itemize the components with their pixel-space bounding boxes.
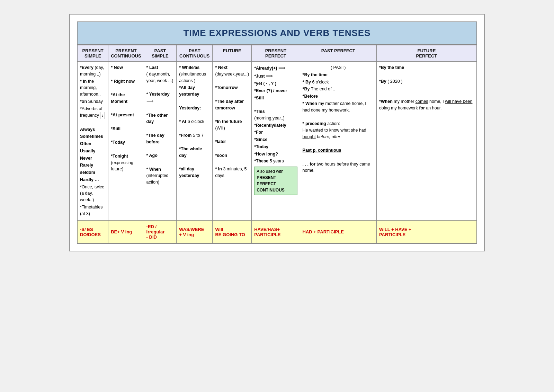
cell-past-simple: * Last( day,month,year, week ...) * Yest… <box>144 62 177 221</box>
col-past-continuous: PASTCONTINUOUS <box>177 45 213 62</box>
cell-future-perfect: *By the time *By ( 2020 ) *When my mothe… <box>376 62 477 221</box>
page-title: TIME EXPRESSIONS AND VERB TENSES <box>183 28 370 38</box>
footer-present-continuous: BE+ V ing <box>108 221 144 244</box>
col-future: FUTURE <box>213 45 252 62</box>
col-past-perfect: PAST PERFECT <box>300 45 376 62</box>
page-container: TIME EXPRESSIONS AND VERB TENSES PRESENT… <box>69 14 485 251</box>
main-content-row: *Every (day,morning ..) * In themorning,… <box>77 62 477 221</box>
footer-present-simple: -S/ ESDO/DOES <box>77 221 108 244</box>
main-table: PRESENTSIMPLE PRESENTCONTINUOUS PAST SIM… <box>77 45 477 244</box>
cell-past-continuous: * While/as(simultaneousactions ) *All da… <box>177 62 213 221</box>
footer-future-perfect: WILL + HAVE +PARTICIPLE <box>376 221 477 244</box>
cell-present-simple: *Every (day,morning ..) * In themorning,… <box>77 62 108 221</box>
footer-future: WillBE GOING TO <box>213 221 252 244</box>
col-future-perfect: FUTUREPERFECT <box>376 45 477 62</box>
cell-present-perfect: *Already(+) ⟹ *Just ⟹ *yet ( - , ? ) *Ev… <box>252 62 300 221</box>
footer-present-perfect: HAVE/HAS+PARTICIPLE <box>252 221 300 244</box>
footer-row: -S/ ESDO/DOES BE+ V ing -ED / Irregular-… <box>77 221 477 244</box>
cell-past-perfect: ( PAST) *By the time * By 6 o'clock *By … <box>300 62 376 221</box>
present-perfect-continuous-note: Also used with PRESENTPERFECTCONTINUOUS <box>254 167 297 195</box>
title-bar: TIME EXPRESSIONS AND VERB TENSES <box>77 21 477 45</box>
col-present-perfect: PRESENTPERFECT <box>252 45 300 62</box>
col-present-continuous: PRESENTCONTINUOUS <box>108 45 144 62</box>
col-past-simple: PAST SIMPLE <box>144 45 177 62</box>
footer-past-continuous: WAS/WERE+ V ing <box>177 221 213 244</box>
col-present-simple: PRESENTSIMPLE <box>77 45 108 62</box>
cell-present-continuous: * Now * Right now *At theMoment *At pres… <box>108 62 144 221</box>
cell-future: * Next(day,week,year...) *Tomorrow *The … <box>213 62 252 221</box>
footer-past-perfect: HAD + PARTICIPLE <box>300 221 376 244</box>
footer-past-simple: -ED / Irregular- DID <box>144 221 177 244</box>
